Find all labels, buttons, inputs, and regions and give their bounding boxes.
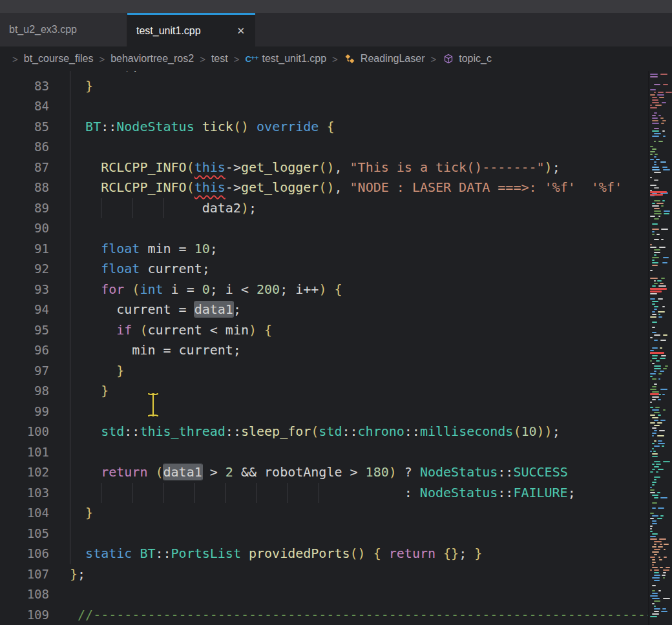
line-number: 101	[0, 442, 49, 463]
minimap-line	[652, 523, 657, 524]
code-text: : NodeStatus::FAILURE;	[70, 483, 576, 504]
code-line[interactable]: 107};	[0, 564, 650, 585]
breadcrumb-item[interactable]: test_unit1.cpp	[262, 53, 326, 65]
minimap-line	[652, 515, 658, 517]
line-number: 99	[0, 402, 49, 422]
code-line[interactable]: 90	[0, 218, 650, 239]
minimap-line	[653, 451, 656, 452]
minimap-line	[650, 185, 656, 186]
code-line[interactable]: 91 float min = 10;	[0, 239, 650, 260]
code-line[interactable]: 93 for (int i = 0; i < 200; i++) {	[0, 280, 650, 300]
breadcrumb-item[interactable]: behaviortree_ros2	[110, 53, 194, 65]
indent-guide	[70, 442, 70, 463]
code-line[interactable]: 89 data2);	[0, 198, 650, 219]
minimap-line	[654, 365, 661, 367]
code-line[interactable]: 100 std::this_thread::sleep_for(std::chr…	[0, 422, 650, 442]
minimap-line	[658, 546, 663, 548]
code-line[interactable]: 85 BT::NodeStatus tick() override {	[0, 117, 650, 138]
breadcrumb-item[interactable]: ReadingLaser	[361, 53, 425, 65]
minimap-line	[650, 105, 652, 106]
minimap-line	[662, 200, 664, 201]
code-line[interactable]: 99	[0, 402, 650, 422]
minimap-line	[652, 520, 656, 522]
minimap-line	[650, 146, 653, 147]
code-line[interactable]: 103 : NodeStatus::FAILURE;	[0, 483, 650, 504]
minimap-line	[650, 216, 655, 217]
code-text: RCLCPP_INFO(this->get_logger(), "NODE : …	[70, 178, 622, 198]
line-number: 104	[0, 503, 49, 524]
code-line[interactable]: 105	[0, 524, 650, 544]
minimap-line	[652, 562, 656, 563]
minimap-line	[655, 407, 660, 408]
minimap-line	[660, 420, 666, 421]
code-line[interactable]: 102 return (data1 > 2 && robotAngle > 18…	[0, 462, 650, 483]
code-line[interactable]: 94 current = data1;	[0, 300, 650, 320]
minimap-line	[652, 327, 655, 328]
minimap-line	[650, 451, 652, 452]
minimap-line	[654, 164, 656, 165]
minimap-line	[652, 567, 658, 568]
minimap[interactable]	[648, 71, 672, 625]
code-line[interactable]: 95 if (current < min) {	[0, 320, 650, 341]
code-line[interactable]: 101	[0, 442, 650, 463]
minimap-line	[654, 549, 660, 550]
minimap-line	[663, 461, 670, 462]
minimap-line	[654, 611, 659, 612]
code-line[interactable]: 104 }	[0, 503, 650, 524]
breadcrumb-item[interactable]: test	[211, 53, 228, 65]
code-line[interactable]: 82 ");	[0, 71, 650, 76]
breadcrumb-item[interactable]: topic_c	[459, 53, 492, 65]
minimap-line	[652, 102, 659, 103]
minimap-line	[654, 172, 661, 173]
minimap-line	[650, 487, 652, 488]
minimap-line	[652, 448, 654, 449]
code-text: BT::NodeStatus tick() override {	[70, 117, 334, 138]
minimap-line	[650, 489, 655, 491]
code-line[interactable]: 92 float current;	[0, 259, 650, 280]
code-line[interactable]: 96 min = current;	[0, 340, 650, 361]
code-line[interactable]: 87 RCLCPP_INFO(this->get_logger(), "This…	[0, 158, 650, 178]
line-number: 89	[0, 198, 49, 219]
tab-bt-u2-ex3[interactable]: bt_u2_ex3.cpp	[0, 13, 127, 46]
minimap-line	[654, 128, 659, 129]
code-line[interactable]: 84	[0, 96, 650, 117]
tab-test-unit1[interactable]: test_unit1.cpp ✕	[127, 13, 255, 46]
minimap-error-mark	[650, 291, 662, 292]
code-line[interactable]: 86	[0, 137, 650, 158]
minimap-line	[660, 118, 664, 119]
code-line[interactable]: 106 static BT::PortsList providedPorts()…	[0, 544, 650, 564]
minimap-line	[650, 422, 655, 424]
code-line[interactable]: 97 }	[0, 361, 650, 382]
line-number: 87	[0, 158, 49, 178]
minimap-line	[664, 557, 667, 558]
breadcrumb: >bt_course_files>behaviortree_ros2>test>…	[0, 46, 672, 71]
minimap-line	[662, 306, 665, 307]
line-number: 91	[0, 239, 49, 260]
minimap-line	[652, 433, 656, 434]
minimap-line	[664, 213, 669, 214]
minimap-line	[660, 544, 662, 545]
line-number: 84	[0, 96, 49, 117]
minimap-line	[652, 167, 659, 168]
minimap-line	[650, 538, 657, 540]
minimap-line	[654, 340, 658, 341]
minimap-line	[650, 278, 658, 279]
minimap-line	[652, 396, 659, 398]
indent-guide	[70, 96, 70, 117]
code-line[interactable]: 88 RCLCPP_INFO(this->get_logger(), "NODE…	[0, 178, 650, 198]
code-line[interactable]: 98 }	[0, 381, 650, 402]
code-line[interactable]: 109 //----------------------------------…	[0, 605, 650, 625]
line-number: 88	[0, 178, 49, 198]
minimap-line	[654, 580, 660, 581]
minimap-line	[654, 254, 656, 256]
code-line[interactable]: 83 }	[0, 76, 650, 97]
code-line[interactable]: 108	[0, 584, 650, 605]
close-icon[interactable]: ✕	[235, 25, 246, 37]
line-number: 92	[0, 259, 49, 280]
breadcrumb-item[interactable]: bt_course_files	[24, 53, 94, 65]
breadcrumb-chevron-icon: >	[234, 54, 240, 65]
minimap-line	[661, 239, 664, 240]
minimap-line	[652, 205, 659, 207]
code-editor[interactable]: 82 ");83 }8485 BT::NodeStatus tick() ove…	[0, 71, 672, 625]
minimap-line	[650, 350, 654, 351]
